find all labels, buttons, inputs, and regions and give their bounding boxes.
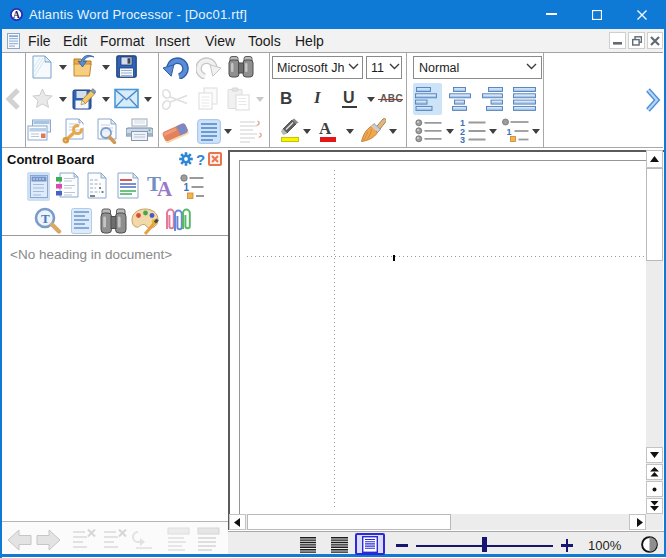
svg-text:1: 1 (507, 127, 512, 137)
svg-text:3: 3 (460, 135, 465, 143)
svg-text:T: T (41, 211, 50, 226)
svg-text:1: 1 (184, 182, 190, 193)
svg-text:A: A (13, 10, 20, 20)
